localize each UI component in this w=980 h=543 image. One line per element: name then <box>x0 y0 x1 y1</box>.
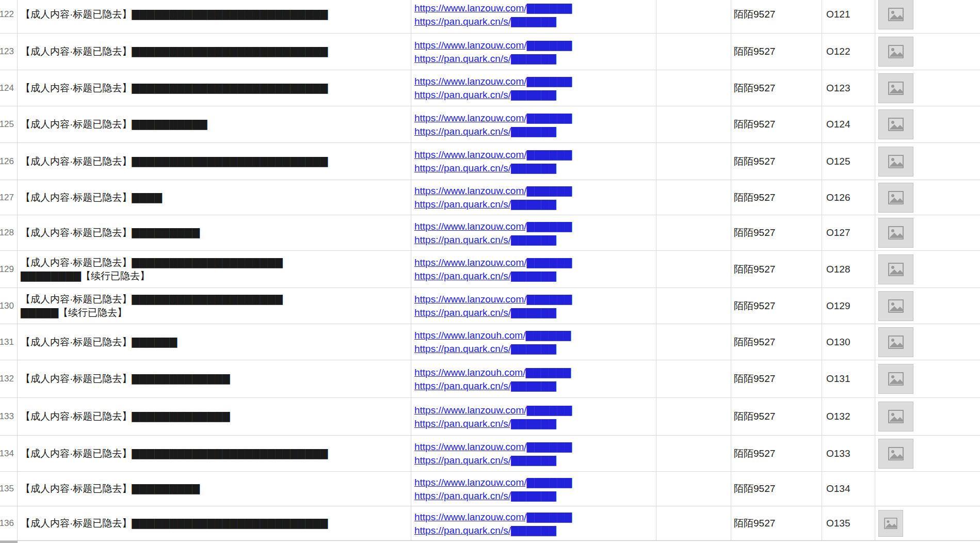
empty-cell[interactable] <box>656 324 731 360</box>
row-header-131[interactable]: 131 <box>0 324 18 360</box>
quark-link[interactable]: https://pan.quark.cn/s/▇▇▇▇▇▇ <box>414 380 556 392</box>
quark-link[interactable]: https://pan.quark.cn/s/▇▇▇▇▇▇ <box>414 53 556 65</box>
uploader-cell[interactable]: 陌陌9527 <box>731 360 822 397</box>
quark-link[interactable]: https://pan.quark.cn/s/▇▇▇▇▇▇ <box>414 15 556 27</box>
title-cell[interactable]: 【成人内容·标题已隐去】▇▇▇▇▇▇ <box>18 324 411 360</box>
redacted-thumbnail[interactable] <box>878 183 913 213</box>
row-header-136[interactable]: 136 <box>0 506 18 540</box>
lanzou-link[interactable]: https://www.lanzouw.com/▇▇▇▇▇▇ <box>414 2 572 14</box>
empty-cell[interactable] <box>656 288 731 324</box>
thumbnail-cell[interactable] <box>875 215 980 250</box>
quark-link[interactable]: https://pan.quark.cn/s/▇▇▇▇▇▇ <box>414 343 556 355</box>
code-cell[interactable]: O125 <box>822 143 875 180</box>
redacted-thumbnail[interactable] <box>878 73 913 103</box>
title-cell[interactable]: 【成人内容·标题已隐去】▇▇▇▇▇▇▇▇▇▇▇▇▇ <box>18 398 411 435</box>
redacted-thumbnail[interactable] <box>878 37 913 67</box>
empty-cell[interactable] <box>656 143 731 180</box>
redacted-thumbnail[interactable] <box>878 510 903 537</box>
empty-cell[interactable] <box>656 106 731 142</box>
quark-link[interactable]: https://pan.quark.cn/s/▇▇▇▇▇▇ <box>414 524 556 536</box>
empty-cell[interactable] <box>656 180 731 215</box>
empty-cell[interactable] <box>656 0 731 33</box>
uploader-cell[interactable]: 陌陌9527 <box>731 251 822 288</box>
redacted-thumbnail[interactable] <box>878 109 913 139</box>
lanzou-link[interactable]: https://www.lanzouw.com/▇▇▇▇▇▇ <box>414 185 572 197</box>
title-cell[interactable]: 【成人内容·标题已隐去】▇▇▇▇ <box>18 180 411 215</box>
title-cell[interactable]: 【成人内容·标题已隐去】▇▇▇▇▇▇▇▇▇▇▇▇▇▇▇▇▇▇▇▇ ▇▇▇▇▇【续… <box>18 288 411 324</box>
uploader-cell[interactable]: 陌陌9527 <box>731 324 822 360</box>
row-header-129[interactable]: 129 <box>0 251 18 288</box>
lanzou-link[interactable]: https://www.lanzouw.com/▇▇▇▇▇▇ <box>414 404 572 416</box>
row-header-126[interactable]: 126 <box>0 143 18 180</box>
lanzou-link[interactable]: https://www.lanzouw.com/▇▇▇▇▇▇ <box>414 257 572 268</box>
uploader-cell[interactable]: 陌陌9527 <box>731 0 822 33</box>
lanzou-link[interactable]: https://www.lanzouh.com/▇▇▇▇▇▇ <box>414 366 571 378</box>
uploader-cell[interactable]: 陌陌9527 <box>731 506 822 540</box>
thumbnail-cell[interactable] <box>875 180 980 215</box>
title-cell[interactable]: 【成人内容·标题已隐去】▇▇▇▇▇▇▇▇▇ <box>18 215 411 250</box>
redacted-thumbnail[interactable] <box>878 218 913 248</box>
quark-link[interactable]: https://pan.quark.cn/s/▇▇▇▇▇▇ <box>414 490 556 502</box>
lanzou-link[interactable]: https://www.lanzouw.com/▇▇▇▇▇▇ <box>414 39 572 51</box>
redacted-thumbnail[interactable] <box>878 254 913 284</box>
empty-cell[interactable] <box>656 398 731 435</box>
uploader-cell[interactable]: 陌陌9527 <box>731 215 822 250</box>
row-header-122[interactable]: 122 <box>0 0 18 33</box>
code-cell[interactable]: O127 <box>822 215 875 250</box>
quark-link[interactable]: https://pan.quark.cn/s/▇▇▇▇▇▇ <box>414 270 556 282</box>
code-cell[interactable]: O133 <box>822 436 875 471</box>
code-cell[interactable]: O134 <box>822 472 875 506</box>
lanzou-link[interactable]: https://www.lanzouw.com/▇▇▇▇▇▇ <box>414 149 572 161</box>
lanzou-link[interactable]: https://www.lanzouw.com/▇▇▇▇▇▇ <box>414 220 572 232</box>
thumbnail-cell[interactable] <box>875 472 980 506</box>
code-cell[interactable]: O135 <box>822 506 875 540</box>
code-cell[interactable]: O123 <box>822 70 875 106</box>
quark-link[interactable]: https://pan.quark.cn/s/▇▇▇▇▇▇ <box>414 454 556 466</box>
code-cell[interactable]: O122 <box>822 34 875 70</box>
thumbnail-cell[interactable] <box>875 70 980 106</box>
redacted-thumbnail[interactable] <box>878 402 913 432</box>
title-cell[interactable]: 【成人内容·标题已隐去】▇▇▇▇▇▇▇▇▇▇▇▇▇▇▇▇▇▇▇▇▇▇▇▇▇▇ <box>18 0 411 33</box>
code-cell[interactable]: O131 <box>822 360 875 397</box>
thumbnail-cell[interactable] <box>875 506 980 540</box>
code-cell[interactable]: O129 <box>822 288 875 324</box>
redacted-thumbnail[interactable] <box>878 291 913 321</box>
code-cell[interactable]: O121 <box>822 0 875 33</box>
code-cell[interactable]: O130 <box>822 324 875 360</box>
row-header-123[interactable]: 123 <box>0 34 18 70</box>
title-cell[interactable]: 【成人内容·标题已隐去】▇▇▇▇▇▇▇▇▇▇▇▇▇▇▇▇▇▇▇▇ ▇▇▇▇▇▇▇… <box>18 251 411 288</box>
row-header-132[interactable]: 132 <box>0 360 18 397</box>
lanzou-link[interactable]: https://www.lanzouw.com/▇▇▇▇▇▇ <box>414 441 572 453</box>
title-cell[interactable]: 【成人内容·标题已隐去】▇▇▇▇▇▇▇▇▇▇ <box>18 106 411 142</box>
empty-cell[interactable] <box>656 34 731 70</box>
code-cell[interactable]: O128 <box>822 251 875 288</box>
row-header-128[interactable]: 128 <box>0 215 18 250</box>
row-header-133[interactable]: 133 <box>0 398 18 435</box>
quark-link[interactable]: https://pan.quark.cn/s/▇▇▇▇▇▇ <box>414 162 556 174</box>
thumbnail-cell[interactable] <box>875 288 980 324</box>
title-cell[interactable]: 【成人内容·标题已隐去】▇▇▇▇▇▇▇▇▇▇▇▇▇▇▇▇▇▇▇▇▇▇▇▇▇▇ <box>18 143 411 180</box>
lanzou-link[interactable]: https://www.lanzouh.com/▇▇▇▇▇▇ <box>414 329 571 341</box>
uploader-cell[interactable]: 陌陌9527 <box>731 436 822 471</box>
row-header-125[interactable]: 125 <box>0 106 18 142</box>
lanzou-link[interactable]: https://www.lanzouw.com/▇▇▇▇▇▇ <box>414 476 572 488</box>
code-cell[interactable]: O132 <box>822 398 875 435</box>
quark-link[interactable]: https://pan.quark.cn/s/▇▇▇▇▇▇ <box>414 307 556 318</box>
title-cell[interactable]: 【成人内容·标题已隐去】▇▇▇▇▇▇▇▇▇▇▇▇▇▇▇▇▇▇▇▇▇▇▇▇▇▇ <box>18 70 411 106</box>
code-cell[interactable]: O126 <box>822 180 875 215</box>
lanzou-link[interactable]: https://www.lanzouw.com/▇▇▇▇▇▇ <box>414 112 572 124</box>
quark-link[interactable]: https://pan.quark.cn/s/▇▇▇▇▇▇ <box>414 89 556 101</box>
redacted-thumbnail[interactable] <box>878 327 913 357</box>
row-header-124[interactable]: 124 <box>0 70 18 106</box>
empty-cell[interactable] <box>656 360 731 397</box>
quark-link[interactable]: https://pan.quark.cn/s/▇▇▇▇▇▇ <box>414 418 556 429</box>
thumbnail-cell[interactable] <box>875 251 980 288</box>
empty-cell[interactable] <box>656 472 731 506</box>
thumbnail-cell[interactable] <box>875 324 980 360</box>
quark-link[interactable]: https://pan.quark.cn/s/▇▇▇▇▇▇ <box>414 198 556 210</box>
uploader-cell[interactable]: 陌陌9527 <box>731 34 822 70</box>
quark-link[interactable]: https://pan.quark.cn/s/▇▇▇▇▇▇ <box>414 125 556 137</box>
title-cell[interactable]: 【成人内容·标题已隐去】▇▇▇▇▇▇▇▇▇▇▇▇▇▇▇▇▇▇▇▇▇▇▇▇▇▇ <box>18 436 411 471</box>
empty-cell[interactable] <box>656 506 731 540</box>
uploader-cell[interactable]: 陌陌9527 <box>731 106 822 142</box>
